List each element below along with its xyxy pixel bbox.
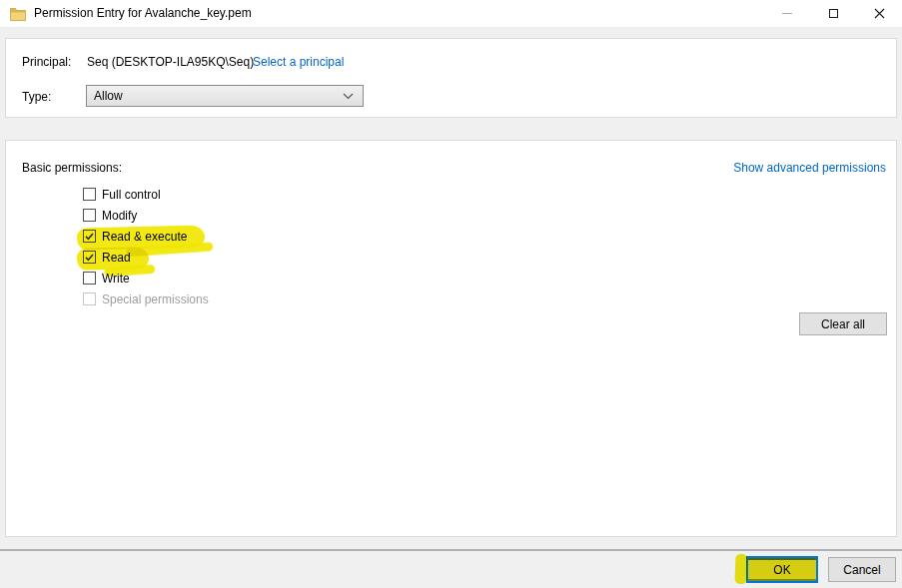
permission-row-modify[interactable]: Modify: [83, 205, 137, 226]
close-icon: [874, 8, 885, 19]
checkbox-read[interactable]: [83, 251, 96, 264]
chevron-down-icon: [343, 93, 354, 100]
principal-label: Principal:: [22, 55, 71, 69]
principal-section: Principal: Seq (DESKTOP-ILA95KQ\Seq) Sel…: [5, 38, 897, 118]
permission-row-special-permissions: Special permissions: [83, 289, 209, 309]
checkbox-label: Special permissions: [102, 293, 209, 306]
show-advanced-permissions-link[interactable]: Show advanced permissions: [733, 161, 886, 175]
ok-button[interactable]: OK: [746, 556, 818, 583]
checkmark-icon: [84, 231, 95, 242]
select-principal-link[interactable]: Select a principal: [253, 55, 344, 69]
clear-all-button[interactable]: Clear all: [799, 312, 887, 335]
checkmark-icon: [84, 252, 95, 263]
permission-row-read-execute[interactable]: Read & execute: [83, 226, 187, 247]
checkbox-full-control[interactable]: [83, 188, 96, 201]
principal-value: Seq (DESKTOP-ILA95KQ\Seq): [87, 55, 254, 69]
permission-row-full-control[interactable]: Full control: [83, 184, 161, 205]
checkbox-modify[interactable]: [83, 209, 96, 222]
footer-separator: [0, 549, 902, 551]
checkbox-special-permissions: [83, 293, 96, 305]
minimize-button[interactable]: [764, 0, 810, 27]
checkbox-label: Write: [102, 272, 130, 286]
ok-button-label: OK: [773, 563, 790, 577]
permission-row-read[interactable]: Read: [83, 247, 131, 268]
minimize-icon: [782, 13, 792, 14]
type-label: Type:: [22, 90, 51, 104]
type-dropdown[interactable]: Allow: [86, 85, 364, 107]
cancel-button-label: Cancel: [843, 563, 880, 577]
checkbox-label: Full control: [102, 188, 161, 202]
folder-icon: [10, 7, 26, 21]
checkbox-label: Read: [102, 251, 131, 265]
window-title: Permission Entry for Avalanche_key.pem: [34, 0, 252, 27]
maximize-icon: [829, 9, 838, 18]
title-bar: Permission Entry for Avalanche_key.pem: [0, 0, 902, 28]
cancel-button[interactable]: Cancel: [828, 557, 896, 582]
permission-row-write[interactable]: Write: [83, 268, 130, 289]
permissions-checkbox-list: Full control Modify Read & execute Read: [83, 184, 209, 309]
checkbox-read-execute[interactable]: [83, 230, 96, 243]
maximize-button[interactable]: [810, 0, 856, 27]
checkbox-write[interactable]: [83, 272, 96, 285]
close-button[interactable]: [856, 0, 902, 27]
type-dropdown-value: Allow: [87, 89, 343, 103]
permissions-section: Basic permissions: Show advanced permiss…: [5, 140, 897, 537]
basic-permissions-heading: Basic permissions:: [22, 161, 122, 175]
checkbox-label: Modify: [102, 209, 137, 223]
checkbox-label: Read & execute: [102, 230, 187, 244]
